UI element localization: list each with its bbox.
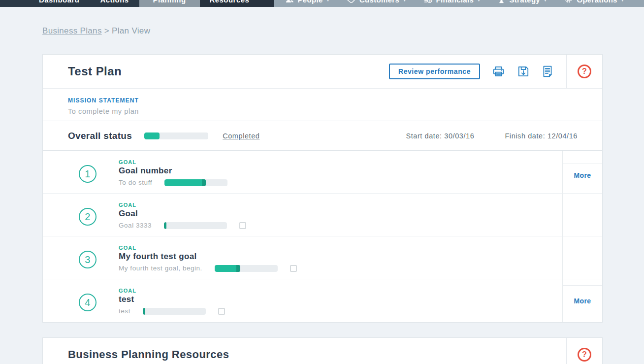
- goal-progress-fill: [164, 179, 206, 186]
- chevron-down-icon: ▾: [621, 0, 624, 2]
- goal-progress-bar: [215, 265, 278, 272]
- goal-row-4: 4 GOAL test test More: [43, 279, 602, 322]
- nav-label-operations: Operations: [577, 0, 617, 4]
- goal-description: test: [119, 307, 130, 315]
- breadcrumb-separator: >: [104, 26, 109, 35]
- nav-label-people: People: [298, 0, 323, 4]
- finish-date: Finish date: 12/04/16: [505, 132, 578, 140]
- document-icon[interactable]: [542, 65, 553, 78]
- nav-dropdown-financials[interactable]: $ Financials ▾: [424, 0, 481, 4]
- goal-title: My fourth test goal: [119, 252, 297, 262]
- more-link[interactable]: More: [574, 297, 591, 305]
- goal-number-badge: 2: [79, 208, 97, 226]
- save-icon[interactable]: [517, 65, 530, 78]
- financials-icon: $: [424, 0, 432, 3]
- nav-label-strategy: Strategy: [509, 0, 540, 4]
- help-icon[interactable]: ?: [578, 65, 591, 78]
- goal-tag: GOAL: [119, 245, 297, 251]
- review-performance-button[interactable]: Review performance: [389, 64, 480, 79]
- overall-status-label: Overall status: [68, 131, 132, 141]
- goal-tag: GOAL: [119, 159, 227, 165]
- overall-progress-bar: [144, 132, 208, 139]
- goal-progress-fill: [215, 265, 240, 272]
- chevron-down-icon: ▾: [327, 0, 329, 2]
- goal-more-cell: [562, 194, 602, 236]
- goal-description: My fourth test goal, begin.: [119, 265, 202, 272]
- overall-progress-fill: [144, 132, 160, 139]
- goal-description: To do stuff: [119, 179, 152, 186]
- customers-icon: [347, 0, 355, 3]
- mission-statement-text: To complete my plan: [68, 107, 602, 115]
- goal-checkbox[interactable]: [239, 222, 246, 229]
- goal-tag: GOAL: [119, 202, 246, 208]
- goal-row-3: 3 GOAL My fourth test goal My fourth tes…: [43, 236, 602, 279]
- nav-label-customers: Customers: [359, 0, 399, 4]
- mission-statement-label: MISSION STATEMENT: [68, 97, 602, 104]
- goal-more-cell: [562, 236, 602, 279]
- nav-dropdown-customers[interactable]: Customers ▾: [347, 0, 406, 4]
- goal-checkbox[interactable]: [290, 265, 297, 272]
- nav-dropdown-operations[interactable]: Operations ▾: [564, 0, 624, 4]
- operations-icon: [564, 0, 573, 3]
- breadcrumb: Business Plans > Plan View: [42, 26, 644, 36]
- nav-item-planning[interactable]: Planning: [139, 0, 200, 7]
- chevron-down-icon: ▾: [544, 0, 547, 2]
- plan-card-header: Test Plan Review performance ?: [43, 55, 602, 88]
- breadcrumb-current: Plan View: [112, 26, 150, 35]
- goal-title: test: [119, 295, 225, 304]
- nav-dropdown-people[interactable]: People ▾: [286, 0, 329, 4]
- start-date: Start date: 30/03/16: [406, 132, 474, 140]
- nav-item-dashboard[interactable]: Dashboard: [29, 0, 90, 7]
- mission-section: MISSION STATEMENT To complete my plan: [43, 88, 602, 121]
- resources-card-header: Business Planning Resources ?: [43, 338, 602, 364]
- nav-label-financials: Financials: [436, 0, 474, 4]
- nav-item-actions[interactable]: Actions: [90, 0, 139, 7]
- goal-number-badge: 4: [79, 294, 97, 311]
- goal-number-badge: 3: [79, 251, 97, 268]
- goal-number-badge: 1: [79, 165, 97, 183]
- goal-progress-bar: [143, 308, 206, 315]
- status-completed-link[interactable]: Completed: [223, 132, 259, 140]
- chevron-down-icon: ▾: [478, 0, 480, 2]
- top-navigation: Dashboard Actions Planning Resources Peo…: [0, 0, 644, 7]
- goal-row-1: 1 GOAL Goal number To do stuff More: [43, 151, 602, 194]
- nav-item-resources[interactable]: Resources: [200, 0, 274, 7]
- goal-more-cell: More: [562, 279, 602, 322]
- overall-status-row: Overall status Completed Start date: 30/…: [43, 121, 602, 150]
- goal-checkbox[interactable]: [218, 308, 225, 315]
- page-title: Test Plan: [68, 65, 122, 78]
- goal-progress-fill: [143, 308, 145, 315]
- goal-row-2: 2 GOAL Goal Goal 3333: [43, 194, 602, 236]
- goal-progress-bar: [164, 179, 227, 186]
- goal-progress-fill: [164, 222, 166, 229]
- nav-dropdown-strategy[interactable]: Strategy ▾: [498, 0, 547, 4]
- goal-more-cell: More: [562, 151, 602, 193]
- help-icon[interactable]: ?: [578, 348, 591, 362]
- goal-description: Goal 3333: [119, 222, 152, 229]
- goals-list: 1 GOAL Goal number To do stuff More: [43, 150, 602, 322]
- goal-tag: GOAL: [119, 288, 225, 294]
- resources-card: Business Planning Resources ?: [42, 337, 603, 364]
- breadcrumb-link-business-plans[interactable]: Business Plans: [42, 26, 102, 35]
- resources-title: Business Planning Resources: [68, 348, 229, 361]
- print-icon[interactable]: [492, 65, 505, 78]
- chevron-down-icon: ▾: [403, 0, 406, 2]
- goal-title: Goal number: [119, 166, 227, 176]
- goal-title: Goal: [119, 209, 246, 219]
- plan-card: Test Plan Review performance ? MISSION S…: [42, 54, 603, 323]
- strategy-icon: [498, 0, 505, 3]
- goal-progress-bar: [164, 222, 227, 229]
- people-icon: [286, 0, 294, 3]
- more-link[interactable]: More: [574, 171, 591, 179]
